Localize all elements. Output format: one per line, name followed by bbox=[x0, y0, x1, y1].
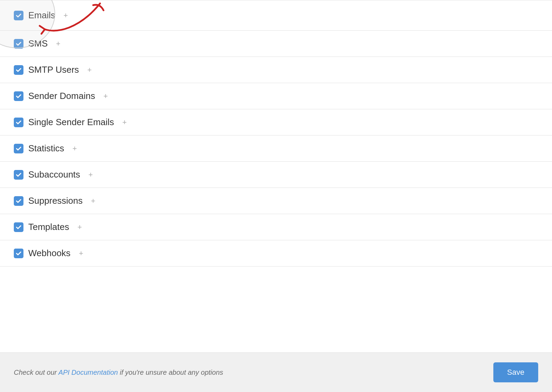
footer-text-after: if you're unsure about any options bbox=[118, 369, 223, 376]
plus-icon-suppressions[interactable]: + bbox=[91, 197, 96, 205]
plus-icon-smtp-users[interactable]: + bbox=[87, 66, 92, 74]
checkbox-label-smtp-users[interactable]: SMTP Users+ bbox=[14, 64, 92, 75]
checkbox-label-single-sender-emails[interactable]: Single Sender Emails+ bbox=[14, 117, 127, 128]
permission-item-webhooks: Webhooks+ bbox=[0, 240, 552, 267]
checkbox-sender-domains[interactable] bbox=[14, 91, 23, 101]
checkbox-single-sender-emails[interactable] bbox=[14, 118, 23, 127]
permission-label-single-sender-emails: Single Sender Emails bbox=[28, 117, 114, 128]
checkbox-emails[interactable] bbox=[14, 11, 23, 20]
footer-text-before: Check out our bbox=[14, 369, 58, 376]
save-button[interactable]: Save bbox=[493, 362, 538, 382]
permission-label-suppressions: Suppressions bbox=[28, 195, 83, 206]
permission-label-smtp-users: SMTP Users bbox=[28, 64, 79, 75]
permission-item-emails: Emails+ bbox=[0, 0, 552, 31]
permission-item-sms: SMS+ bbox=[0, 31, 552, 57]
plus-icon-sms[interactable]: + bbox=[56, 39, 60, 48]
plus-icon-statistics[interactable]: + bbox=[72, 144, 77, 153]
permission-label-emails: Emails bbox=[28, 10, 55, 21]
main-content: Emails+SMS+SMTP Users+Sender Domains+Sin… bbox=[0, 0, 552, 352]
plus-icon-sender-domains[interactable]: + bbox=[103, 92, 108, 101]
footer-text: Check out our API Documentation if you'r… bbox=[14, 369, 223, 376]
checkbox-label-webhooks[interactable]: Webhooks+ bbox=[14, 248, 83, 259]
permission-item-templates: Templates+ bbox=[0, 214, 552, 240]
permission-label-templates: Templates bbox=[28, 222, 69, 232]
plus-icon-emails[interactable]: + bbox=[63, 11, 68, 20]
checkbox-label-subaccounts[interactable]: Subaccounts+ bbox=[14, 169, 93, 180]
plus-icon-subaccounts[interactable]: + bbox=[88, 170, 93, 179]
permission-item-sender-domains: Sender Domains+ bbox=[0, 83, 552, 109]
checkbox-webhooks[interactable] bbox=[14, 249, 23, 258]
checkbox-sms[interactable] bbox=[14, 39, 23, 49]
checkbox-suppressions[interactable] bbox=[14, 196, 23, 206]
checkbox-label-sender-domains[interactable]: Sender Domains+ bbox=[14, 91, 108, 101]
checkbox-smtp-users[interactable] bbox=[14, 65, 23, 75]
permission-label-subaccounts: Subaccounts bbox=[28, 169, 80, 180]
permission-label-webhooks: Webhooks bbox=[28, 248, 70, 259]
permission-item-suppressions: Suppressions+ bbox=[0, 188, 552, 214]
checkbox-templates[interactable] bbox=[14, 222, 23, 232]
permission-item-subaccounts: Subaccounts+ bbox=[0, 162, 552, 188]
permission-label-statistics: Statistics bbox=[28, 143, 64, 154]
checkbox-subaccounts[interactable] bbox=[14, 170, 23, 180]
plus-icon-webhooks[interactable]: + bbox=[79, 249, 83, 258]
api-documentation-link[interactable]: API Documentation bbox=[58, 369, 118, 376]
checkbox-label-emails[interactable]: Emails+ bbox=[14, 10, 68, 21]
footer: Check out our API Documentation if you'r… bbox=[0, 352, 552, 392]
permission-item-single-sender-emails: Single Sender Emails+ bbox=[0, 109, 552, 135]
plus-icon-templates[interactable]: + bbox=[78, 223, 82, 232]
permission-list: Emails+SMS+SMTP Users+Sender Domains+Sin… bbox=[0, 0, 552, 267]
checkbox-label-statistics[interactable]: Statistics+ bbox=[14, 143, 77, 154]
checkbox-label-templates[interactable]: Templates+ bbox=[14, 222, 82, 232]
checkbox-statistics[interactable] bbox=[14, 144, 23, 153]
checkbox-label-sms[interactable]: SMS+ bbox=[14, 38, 60, 49]
plus-icon-single-sender-emails[interactable]: + bbox=[122, 118, 127, 127]
checkbox-label-suppressions[interactable]: Suppressions+ bbox=[14, 195, 95, 206]
permission-item-smtp-users: SMTP Users+ bbox=[0, 57, 552, 83]
permission-label-sender-domains: Sender Domains bbox=[28, 91, 95, 101]
permission-label-sms: SMS bbox=[28, 38, 48, 49]
permission-item-statistics: Statistics+ bbox=[0, 135, 552, 162]
